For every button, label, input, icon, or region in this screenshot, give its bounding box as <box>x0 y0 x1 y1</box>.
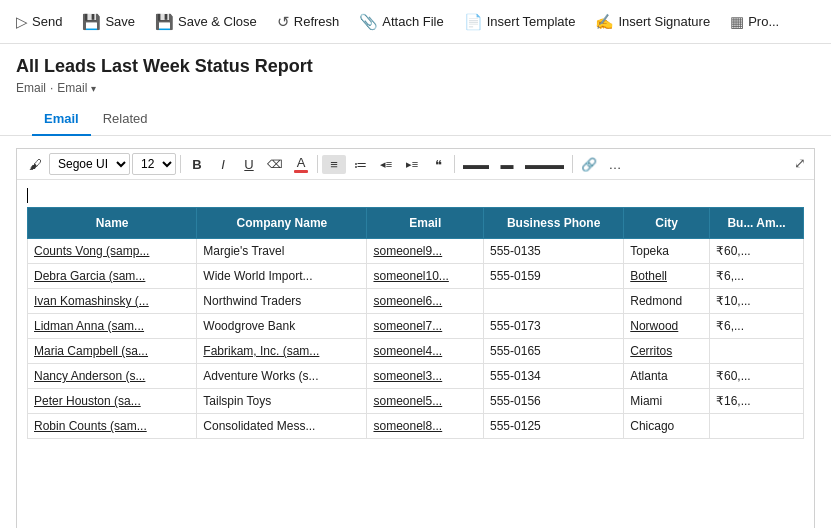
email-type-dropdown[interactable]: Email ▾ <box>57 81 96 95</box>
font-size-select[interactable]: 12 <box>132 153 176 175</box>
bold-button[interactable]: B <box>185 155 209 174</box>
save-close-label: Save & Close <box>178 14 257 29</box>
email-header: All Leads Last Week Status Report Email … <box>0 44 831 136</box>
underline-button[interactable]: U <box>237 155 261 174</box>
table-cell: ₹16,... <box>710 389 804 414</box>
tab-email[interactable]: Email <box>32 103 91 136</box>
insert-template-button[interactable]: 📄 Insert Template <box>456 9 584 35</box>
table-row: Maria Campbell (sa...Fabrikam, Inc. (sam… <box>28 339 804 364</box>
font-color-button[interactable]: A <box>289 153 313 175</box>
col-header-phone: Business Phone <box>484 208 624 239</box>
table-cell[interactable]: Cerritos <box>624 339 710 364</box>
save-close-icon: 💾 <box>155 13 174 31</box>
refresh-icon: ↺ <box>277 13 290 31</box>
table-cell: 555-0173 <box>484 314 624 339</box>
leads-table: Name Company Name Email Business Phone C… <box>27 207 804 439</box>
save-close-button[interactable]: 💾 Save & Close <box>147 9 265 35</box>
col-header-city: City <box>624 208 710 239</box>
send-button[interactable]: ▷ Send <box>8 9 70 35</box>
col-header-email: Email <box>367 208 484 239</box>
table-cell: ₹6,... <box>710 314 804 339</box>
table-cell[interactable]: Nancy Anderson (s... <box>28 364 197 389</box>
table-cell[interactable]: someonel7... <box>367 314 484 339</box>
text-cursor <box>27 188 28 203</box>
send-label: Send <box>32 14 62 29</box>
proc-button[interactable]: ▦ Pro... <box>722 9 787 35</box>
table-cell[interactable]: someonel10... <box>367 264 484 289</box>
table-cell[interactable]: someonel4... <box>367 339 484 364</box>
email-meta-label1: Email <box>16 81 46 95</box>
clear-format-button[interactable]: ⌫ <box>263 156 287 173</box>
font-family-select[interactable]: Segoe UI <box>49 153 130 175</box>
table-cell <box>484 289 624 314</box>
font-color-indicator <box>294 170 308 173</box>
table-cell: Miami <box>624 389 710 414</box>
decrease-indent-button[interactable]: ◂≡ <box>374 156 398 173</box>
table-cell: Redmond <box>624 289 710 314</box>
table-cell: ₹60,... <box>710 239 804 264</box>
table-row: Lidman Anna (sam...Woodgrove Banksomeone… <box>28 314 804 339</box>
increase-indent-button[interactable]: ▸≡ <box>400 156 424 173</box>
table-cell: 555-0135 <box>484 239 624 264</box>
insert-signature-label: Insert Signature <box>618 14 710 29</box>
align-right-button[interactable]: ▬▬▬ <box>521 155 568 174</box>
save-icon: 💾 <box>82 13 101 31</box>
align-left-button[interactable]: ≡ <box>322 155 346 174</box>
table-cell[interactable]: Debra Garcia (sam... <box>28 264 197 289</box>
table-cell[interactable]: someonel8... <box>367 414 484 439</box>
table-cell[interactable]: Ivan Komashinsky (... <box>28 289 197 314</box>
table-cell: ₹60,... <box>710 364 804 389</box>
italic-button[interactable]: I <box>211 155 235 174</box>
insert-template-icon: 📄 <box>464 13 483 31</box>
table-cell[interactable]: Robin Counts (sam... <box>28 414 197 439</box>
align-justify-button[interactable]: ▬▬ <box>459 155 493 174</box>
refresh-button[interactable]: ↺ Refresh <box>269 9 348 35</box>
align-center-button[interactable]: ▬ <box>495 155 519 174</box>
table-row: Peter Houston (sa...Tailspin Toyssomeone… <box>28 389 804 414</box>
table-row: Nancy Anderson (s...Adventure Works (s..… <box>28 364 804 389</box>
table-cell[interactable]: Peter Houston (sa... <box>28 389 197 414</box>
save-button[interactable]: 💾 Save <box>74 9 143 35</box>
table-cell[interactable]: someonel9... <box>367 239 484 264</box>
table-cell[interactable]: someonel6... <box>367 289 484 314</box>
table-cell: 555-0134 <box>484 364 624 389</box>
main-toolbar: ▷ Send 💾 Save 💾 Save & Close ↺ Refresh 📎… <box>0 0 831 44</box>
table-cell: ₹10,... <box>710 289 804 314</box>
more-options-button[interactable]: … <box>603 155 627 174</box>
bullet-list-button[interactable]: ≔ <box>348 155 372 174</box>
table-cell[interactable]: Maria Campbell (sa... <box>28 339 197 364</box>
paint-format-button[interactable]: 🖌 <box>23 155 47 174</box>
attach-file-button[interactable]: 📎 Attach File <box>351 9 451 35</box>
table-cell: Consolidated Mess... <box>197 414 367 439</box>
quote-button[interactable]: ❝ <box>426 155 450 174</box>
table-cell[interactable]: someonel3... <box>367 364 484 389</box>
table-cell[interactable]: someonel5... <box>367 389 484 414</box>
table-cell: 555-0156 <box>484 389 624 414</box>
table-row: Counts Vong (samp...Margie's Travelsomeo… <box>28 239 804 264</box>
table-cell: Topeka <box>624 239 710 264</box>
expand-icon[interactable]: ⤢ <box>794 155 806 171</box>
refresh-label: Refresh <box>294 14 340 29</box>
cursor-area <box>27 188 804 203</box>
table-cell[interactable]: Fabrikam, Inc. (sam... <box>197 339 367 364</box>
table-cell[interactable]: Norwood <box>624 314 710 339</box>
chevron-down-icon: ▾ <box>91 83 96 94</box>
editor-body[interactable]: Name Company Name Email Business Phone C… <box>17 180 814 447</box>
table-cell[interactable]: Lidman Anna (sam... <box>28 314 197 339</box>
table-cell[interactable]: Bothell <box>624 264 710 289</box>
col-header-name: Name <box>28 208 197 239</box>
table-cell[interactable]: Counts Vong (samp... <box>28 239 197 264</box>
col-header-amount: Bu... Am... <box>710 208 804 239</box>
insert-signature-button[interactable]: ✍ Insert Signature <box>587 9 718 35</box>
link-button[interactable]: 🔗 <box>577 155 601 174</box>
email-title: All Leads Last Week Status Report <box>16 56 815 77</box>
table-row: Ivan Komashinsky (...Northwind Tradersso… <box>28 289 804 314</box>
table-cell: Northwind Traders <box>197 289 367 314</box>
table-cell: Tailspin Toys <box>197 389 367 414</box>
col-header-company: Company Name <box>197 208 367 239</box>
font-color-letter: A <box>297 155 306 170</box>
table-cell: Adventure Works (s... <box>197 364 367 389</box>
tab-related[interactable]: Related <box>91 103 160 136</box>
divider3 <box>454 155 455 173</box>
table-cell: 555-0125 <box>484 414 624 439</box>
